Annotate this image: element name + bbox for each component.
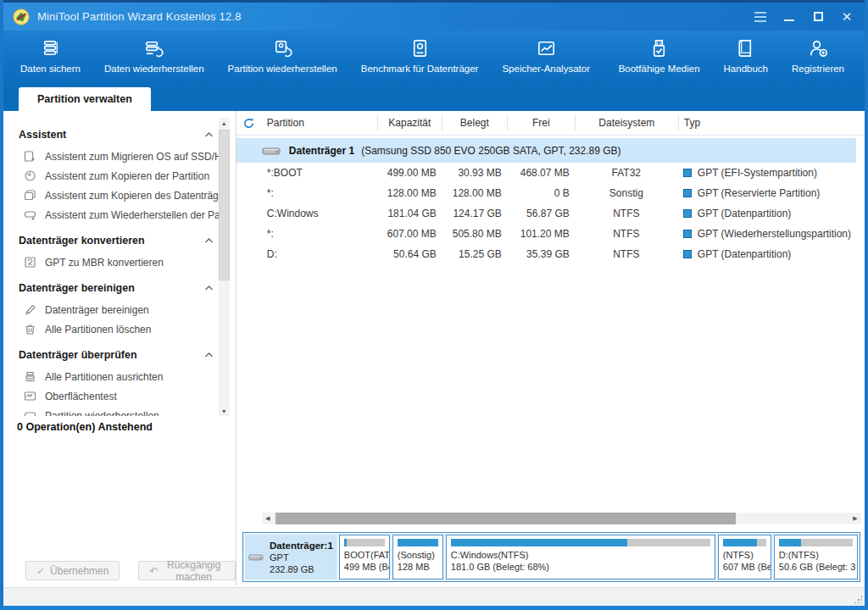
col-capacity[interactable]: Kapazität xyxy=(377,114,442,131)
disk-benchmark-icon xyxy=(409,37,431,60)
disk-map-label[interactable]: Datenträger:1 GPT 232.89 GB xyxy=(245,535,337,580)
table-row[interactable]: *: 128.00 MB 128.00 MB 0 B Sonstig GPT (… xyxy=(236,183,856,203)
col-type[interactable]: Typ xyxy=(678,114,865,131)
sidebar-item-surface-test[interactable]: Oberflächentest xyxy=(19,386,225,406)
cell-free: 468.07 MB xyxy=(507,167,575,179)
toolbar-manual[interactable]: Handbuch xyxy=(712,36,780,75)
disk-row[interactable]: Datenträger 1 (Samsung SSD 850 EVO 250GB… xyxy=(236,138,856,163)
cell-free: 56.87 GB xyxy=(507,208,575,219)
scrollbar-thumb[interactable] xyxy=(275,513,736,524)
toolbar-restore-data[interactable]: Daten wiederherstellen xyxy=(92,36,216,75)
sidebar-item-gpt-to-mbr[interactable]: GPT zu MBR konvertieren xyxy=(19,252,225,272)
toolbar-label: Daten sichern xyxy=(20,64,81,74)
scroll-right-icon[interactable]: ▶ xyxy=(849,513,861,524)
section-title: Datenträger überprüfen xyxy=(19,349,137,361)
disk-map-partition-c[interactable]: C:Windows(NTFS) 181.0 GB (Belegt: 68%) xyxy=(446,535,715,580)
toolbar-label: Registrieren xyxy=(792,64,844,74)
toolbar-bootable-media[interactable]: Bootfähige Medien xyxy=(607,36,712,75)
toolbar-restore-partition[interactable]: Partition wiederherstellen xyxy=(216,36,349,75)
resize-grip-icon[interactable] xyxy=(854,595,862,603)
scrollbar-track[interactable] xyxy=(274,513,849,524)
toolbar-register[interactable]: Registrieren xyxy=(780,36,856,75)
cell-used: 124.17 GB xyxy=(442,208,507,219)
sidebar-item-partition-recovery[interactable]: Partition wiederherstellen xyxy=(19,406,225,416)
section-header[interactable]: Datenträger überprüfen xyxy=(19,347,225,363)
col-free[interactable]: Frei xyxy=(507,114,575,131)
backup-disks-icon xyxy=(39,37,62,60)
chevron-up-icon xyxy=(204,131,214,138)
close-button[interactable]: ✕ xyxy=(834,7,860,27)
sidebar-item-align-partitions[interactable]: Alle Partitionen ausrichten xyxy=(19,367,225,386)
disk-icon xyxy=(262,145,282,157)
sidebar-item-copy-disk[interactable]: Assistent zum Kopieren des Datenträgers xyxy=(19,186,225,205)
partition-size: 128 MB xyxy=(398,561,438,573)
action-sidebar: Assistent Assistent zum Migrieren OS auf… xyxy=(3,111,236,585)
surface-test-icon xyxy=(24,390,36,402)
sidebar-item-copy-partition[interactable]: Assistent zum Kopieren der Partition xyxy=(19,166,225,186)
recover-partition-icon xyxy=(24,409,36,416)
scroll-left-icon[interactable]: ◀ xyxy=(262,513,274,524)
scroll-down-icon[interactable]: ▼ xyxy=(219,406,230,416)
cell-free: 0 B xyxy=(507,187,575,199)
trash-icon xyxy=(24,323,36,336)
manual-icon xyxy=(734,37,757,60)
partition-legend-icon xyxy=(683,209,692,218)
partition-label: BOOT(FAT32 xyxy=(344,549,385,561)
table-row[interactable]: *: 607.00 MB 505.80 MB 101.20 MB NTFS GP… xyxy=(236,224,856,244)
wipe-disk-icon xyxy=(24,303,36,316)
col-partition[interactable]: Partition xyxy=(262,114,377,131)
sidebar-item-restore-partition-wizard[interactable]: Assistent zum Wiederherstellen der Parti… xyxy=(19,205,225,225)
disk-map-partition-reserved[interactable]: (Sonstig) 128 MB xyxy=(392,535,443,580)
cell-type: GPT (Reservierte Partition) xyxy=(678,187,856,199)
sidebar-item-delete-all-partitions[interactable]: Alle Partitionen löschen xyxy=(19,319,225,339)
app-logo-icon xyxy=(12,8,31,26)
sidebar-section-wipe: Datenträger bereinigen Datenträger berei… xyxy=(19,280,225,339)
undo-button[interactable]: ↶ Rückgängig machen xyxy=(138,561,235,580)
disk-map-size: 232.89 GB xyxy=(270,564,314,574)
col-used[interactable]: Belegt xyxy=(442,114,507,131)
scroll-up-icon[interactable]: ▲ xyxy=(219,118,230,128)
check-icon: ✓ xyxy=(36,565,45,577)
sidebar-item-wipe-disk[interactable]: Datenträger bereinigen xyxy=(19,300,225,319)
section-header[interactable]: Datenträger bereinigen xyxy=(19,280,225,297)
scrollbar-thumb[interactable] xyxy=(219,130,230,280)
toolbar-disk-benchmark[interactable]: Benchmark für Datenträger xyxy=(349,36,491,75)
restore-partition-icon xyxy=(271,37,294,60)
toolbar-space-analyzer[interactable]: Speicher-Analysator xyxy=(490,36,602,75)
toolbar-label: Bootfähige Medien xyxy=(619,64,700,74)
table-row[interactable]: C:Windows 181.04 GB 124.17 GB 56.87 GB N… xyxy=(236,203,856,224)
cell-filesystem: NTFS xyxy=(575,248,678,260)
sidebar-item-label: Datenträger bereinigen xyxy=(45,304,149,316)
sidebar-scrollbar[interactable]: ▲ ▼ xyxy=(219,118,230,416)
sidebar-item-migrate-os[interactable]: Assistent zum Migrieren OS auf SSD/HD xyxy=(19,147,225,166)
toolbar-backup-data[interactable]: Daten sichern xyxy=(8,36,92,75)
disk-map-partition-boot[interactable]: BOOT(FAT32 499 MB (Bel xyxy=(339,535,390,580)
section-header[interactable]: Datenträger konvertieren xyxy=(19,232,225,249)
sidebar-section-convert: Datenträger konvertieren GPT zu MBR konv… xyxy=(19,232,225,272)
cell-partition: *:BOOT xyxy=(262,167,377,179)
table-row[interactable]: D: 50.64 GB 15.25 GB 35.39 GB NTFS GPT (… xyxy=(236,244,856,264)
apply-button[interactable]: ✓ Übernehmen xyxy=(25,561,120,580)
toolbar-label: Benchmark für Datenträger xyxy=(361,64,479,74)
menu-icon[interactable] xyxy=(748,7,773,27)
refresh-button[interactable] xyxy=(236,117,262,130)
disk-map-partition-d[interactable]: D:(NTFS) 50.6 GB (Belegt: 3 xyxy=(774,535,858,580)
cell-used: 15.25 GB xyxy=(442,248,507,260)
cell-type: GPT (EFI-Systempartition) xyxy=(678,167,856,179)
partition-label: C:Windows(NTFS) xyxy=(451,549,710,561)
tab-partition-verwalten[interactable]: Partition verwalten xyxy=(19,87,151,111)
section-header[interactable]: Assistent xyxy=(19,126,225,143)
window-title: MiniTool Partition Wizard Kostenlos 12.8 xyxy=(37,10,242,23)
disk-name: Datenträger 1 xyxy=(289,145,354,157)
col-filesystem[interactable]: Dateisystem xyxy=(575,114,678,131)
sidebar-item-label: Alle Partitionen ausrichten xyxy=(45,371,163,383)
minimize-button[interactable] xyxy=(776,7,802,27)
usage-bar xyxy=(723,539,766,546)
disk-map-partition-recovery[interactable]: (NTFS) 607 MB (Bel xyxy=(718,535,771,580)
table-row[interactable]: *:BOOT 499.00 MB 30.93 MB 468.07 MB FAT3… xyxy=(236,163,856,183)
title-bar: MiniTool Partition Wizard Kostenlos 12.8… xyxy=(0,0,868,30)
partition-label: (NTFS) xyxy=(723,549,766,561)
horizontal-scrollbar[interactable]: ◀ ▶ xyxy=(262,513,861,524)
disk-details: (Samsung SSD 850 EVO 250GB SATA, GPT, 23… xyxy=(361,145,620,157)
maximize-button[interactable] xyxy=(805,7,831,27)
